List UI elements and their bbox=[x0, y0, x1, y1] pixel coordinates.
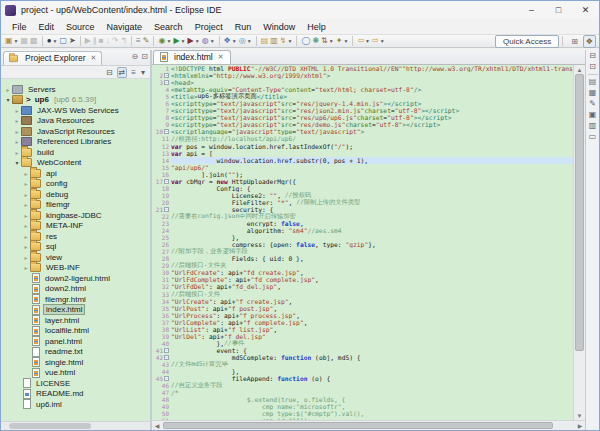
resume-icon[interactable]: ▶ bbox=[84, 35, 92, 47]
expand-arrow-icon[interactable]: ▸ bbox=[13, 107, 21, 114]
tree-item-readme-md[interactable]: README.md bbox=[1, 389, 150, 400]
tree-item-up6[interactable]: ▾>up6[up6 6.5.39] bbox=[1, 95, 150, 106]
expand-arrow-icon[interactable]: ▸ bbox=[22, 212, 30, 219]
tab-project-explorer[interactable]: Project Explorer ✕ bbox=[3, 51, 102, 65]
maximize-editor-icon[interactable]: ⊡ bbox=[589, 63, 596, 71]
expand-arrow-icon[interactable]: ▸ bbox=[22, 201, 30, 208]
explorer-hscrollbar[interactable] bbox=[1, 421, 150, 430]
close-button[interactable]: ✕ bbox=[572, 1, 599, 19]
fold-minus-icon[interactable]: − bbox=[164, 80, 169, 85]
expand-arrow-icon[interactable]: ▾ bbox=[4, 96, 12, 103]
profile-icon[interactable]: ◍▼ bbox=[201, 35, 216, 47]
tree-item-config[interactable]: ▸config bbox=[1, 179, 150, 190]
tree-item-java-resources[interactable]: ▸Java Resources bbox=[1, 116, 150, 127]
tree-item-single-html[interactable]: single.html bbox=[1, 357, 150, 368]
editor-vscrollbar[interactable]: ▲ ▼ bbox=[573, 65, 585, 420]
expand-arrow-icon[interactable]: ▸ bbox=[13, 128, 21, 135]
expand-arrow-icon[interactable]: ▸ bbox=[22, 264, 30, 271]
scroll-down-icon[interactable]: ▼ bbox=[574, 411, 585, 420]
task-list-view-icon[interactable]: ▦ bbox=[589, 89, 597, 97]
hscroll-thumb[interactable] bbox=[163, 422, 553, 429]
link-with-editor-icon[interactable]: ⇄ bbox=[117, 67, 128, 78]
scroll-right-icon[interactable]: ▶ bbox=[575, 421, 585, 430]
select-tool-icon[interactable]: ➤ bbox=[68, 35, 77, 47]
vscroll-thumb[interactable] bbox=[575, 74, 584, 351]
java-element-icon[interactable]: ❋ bbox=[311, 35, 320, 47]
outline-view-icon[interactable]: ▤ bbox=[589, 78, 597, 86]
explorer-tab-close-icon[interactable]: ✕ bbox=[90, 54, 96, 62]
tree-item-view[interactable]: ▸view bbox=[1, 252, 150, 263]
save-icon[interactable]: ▦ bbox=[20, 35, 30, 47]
editor-hscrollbar[interactable]: ◀ ▶ bbox=[152, 420, 585, 430]
maximize-button[interactable]: □ bbox=[545, 1, 572, 19]
tree-item-servers[interactable]: ▸Servers bbox=[1, 84, 150, 95]
scroll-up-icon[interactable]: ▲ bbox=[574, 65, 585, 74]
servers-view-icon[interactable]: ▭ bbox=[589, 133, 597, 141]
tree-item-readme-txt[interactable]: readme.txt bbox=[1, 347, 150, 358]
filters-icon[interactable]: ≡ bbox=[130, 68, 137, 77]
ant-icon[interactable]: ✦▼ bbox=[335, 35, 350, 47]
fold-minus-icon[interactable]: − bbox=[164, 376, 169, 381]
expand-arrow-icon[interactable]: ▸ bbox=[13, 117, 21, 124]
tree-item-api[interactable]: ▸api bbox=[1, 168, 150, 179]
maximize-view-icon[interactable]: ⊡ bbox=[141, 52, 148, 61]
tree-item-down2-html[interactable]: down2.html bbox=[1, 284, 150, 295]
step-return-icon[interactable]: ↰ bbox=[119, 35, 128, 47]
expand-arrow-icon[interactable]: ▸ bbox=[22, 254, 30, 261]
tree-item-meta-inf[interactable]: ▸META-INF bbox=[1, 221, 150, 232]
mark-occurrences-icon[interactable]: ≡ bbox=[135, 35, 142, 47]
quick-access-button[interactable]: Quick Access bbox=[495, 35, 559, 48]
tree-item-down2-ligerui-html[interactable]: down2-ligerui.html bbox=[1, 273, 150, 284]
perspective-jee-icon[interactable]: ❖ bbox=[583, 35, 596, 48]
new-ee-project-icon[interactable]: ❖▼ bbox=[223, 35, 238, 47]
tree-item-filemgr[interactable]: ▸filemgr bbox=[1, 200, 150, 211]
external-tools-icon[interactable]: ↯▼ bbox=[279, 35, 294, 47]
menu-file[interactable]: File bbox=[6, 19, 33, 34]
open-console-icon[interactable]: ▢ bbox=[58, 35, 68, 47]
menu-project[interactable]: Project bbox=[189, 19, 229, 34]
tree-item-license[interactable]: LICENSE bbox=[1, 378, 150, 389]
fold-minus-icon[interactable]: − bbox=[164, 179, 169, 184]
problems-view-icon[interactable]: ▣ bbox=[589, 111, 597, 119]
tree-item-kingbase-jdbc[interactable]: ▸kingbase-JDBC bbox=[1, 210, 150, 221]
tree-item-vue-html[interactable]: vue.html bbox=[1, 368, 150, 379]
minimize-view-icon[interactable]: ⊖ bbox=[132, 52, 139, 61]
export-icon[interactable]: ▥ bbox=[269, 35, 279, 47]
tree-item-up6-iml[interactable]: up6.iml bbox=[1, 399, 150, 410]
fold-minus-icon[interactable]: − bbox=[164, 207, 169, 212]
expand-arrow-icon[interactable]: ▸ bbox=[4, 86, 12, 93]
back-icon[interactable]: ⇦▼ bbox=[356, 35, 371, 47]
tree-item-index-html[interactable]: index.html bbox=[1, 305, 150, 316]
junit-icon[interactable]: ⇅▼ bbox=[320, 35, 335, 47]
scroll-left-icon[interactable]: ◀ bbox=[152, 421, 162, 430]
tree-item-javascript-resources[interactable]: ▸JavaScript Resources bbox=[1, 126, 150, 137]
tree-item-web-inf[interactable]: ▸WEB-INF bbox=[1, 263, 150, 274]
run-icon[interactable]: ▶▼ bbox=[172, 35, 186, 47]
expand-arrow-icon[interactable]: ▸ bbox=[22, 233, 30, 240]
view-menu-icon[interactable]: ▾ bbox=[140, 68, 146, 77]
expand-arrow-icon[interactable]: ▸ bbox=[22, 180, 30, 187]
menu-edit[interactable]: Edit bbox=[33, 19, 61, 34]
expand-arrow-icon[interactable]: ▸ bbox=[22, 191, 30, 198]
tree-item-layer-html[interactable]: layer.html bbox=[1, 315, 150, 326]
perspective-resource-icon[interactable]: ⊞ bbox=[569, 36, 580, 47]
menu-search[interactable]: Search bbox=[148, 19, 189, 34]
launch-config-icon[interactable]: ●▼ bbox=[46, 35, 59, 47]
expand-arrow-icon[interactable]: ▸ bbox=[13, 138, 21, 145]
fold-minus-icon[interactable]: − bbox=[164, 348, 169, 353]
tree-item-localfile-html[interactable]: localfile.html bbox=[1, 326, 150, 337]
project-tree[interactable]: ▸Servers▾>up6[up6 6.5.39]▸JAX-WS Web Ser… bbox=[1, 82, 150, 421]
expand-arrow-icon[interactable]: ▸ bbox=[22, 222, 30, 229]
tree-item-jax-ws-web-services[interactable]: ▸JAX-WS Web Services bbox=[1, 105, 150, 116]
expand-arrow-icon[interactable]: ▸ bbox=[22, 170, 30, 177]
minimize-button[interactable]: – bbox=[518, 1, 545, 19]
tree-item-webcontent[interactable]: ▾WebContent bbox=[1, 158, 150, 169]
new-web-service-icon[interactable]: ◎▼ bbox=[238, 35, 253, 47]
menu-source[interactable]: Source bbox=[60, 19, 101, 34]
debug-icon[interactable]: ◉▼ bbox=[157, 35, 172, 47]
tree-item-res[interactable]: ▸res bbox=[1, 231, 150, 242]
expand-arrow-icon[interactable]: ▸ bbox=[13, 149, 21, 156]
tree-item-debug[interactable]: ▸debug bbox=[1, 189, 150, 200]
tree-item-sql[interactable]: ▸sql bbox=[1, 242, 150, 253]
snippets-view-icon[interactable]: ✎ bbox=[589, 100, 596, 108]
